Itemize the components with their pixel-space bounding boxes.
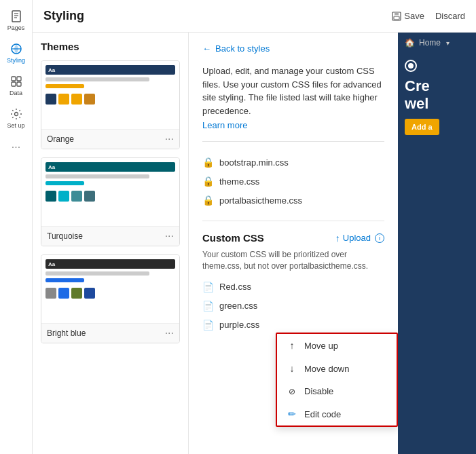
more-button[interactable]: ... xyxy=(12,138,20,151)
move-down-icon: ↓ xyxy=(287,363,297,374)
upload-icon: ↑ xyxy=(335,233,340,244)
css-file-bootstrap: 🔒 bootstrap.min.css xyxy=(202,153,384,172)
home-label: Home xyxy=(419,38,441,48)
preview-panel: 🏠 Home ▾ Cre wel Add a xyxy=(398,33,476,454)
custom-file-icon: 📄 xyxy=(202,301,214,311)
swatch xyxy=(58,191,69,202)
header: Styling Save Discard xyxy=(33,0,476,33)
back-to-styles-link[interactable]: ← Back to styles xyxy=(202,43,384,54)
swatch xyxy=(45,191,56,202)
context-menu-item-edit-code[interactable]: ✏ Edit code xyxy=(277,402,397,425)
preview-cta-button: Add a xyxy=(405,119,439,135)
sidebar-item-label: Styling xyxy=(7,57,25,64)
file-icon: 🔒 xyxy=(202,176,214,187)
learn-more-link[interactable]: Learn more xyxy=(202,120,247,130)
css-file-purple: 📄 purple.css xyxy=(202,316,384,335)
sidebar-item-setup[interactable]: Set up xyxy=(1,103,31,133)
theme-swatches xyxy=(45,94,175,105)
theme-swatches xyxy=(45,191,175,202)
info-text: Upload, edit, and manage your custom CSS… xyxy=(202,64,384,117)
custom-file-icon: 📄 xyxy=(202,282,214,292)
sidebar: Pages Styling Data xyxy=(0,0,33,454)
theme-more-button[interactable]: ··· xyxy=(165,328,174,339)
theme-header-bar: Aa xyxy=(45,259,175,269)
swatch xyxy=(58,94,69,105)
css-file-theme: 🔒 theme.css xyxy=(202,172,384,191)
swatch xyxy=(84,94,95,105)
context-menu-item-disable[interactable]: ⊘ Disable xyxy=(277,380,397,402)
themes-title: Themes xyxy=(41,41,180,52)
theme-header-bar: Aa xyxy=(45,65,175,75)
theme-accent-line xyxy=(45,181,84,185)
theme-preview-turquoise: Aa xyxy=(41,158,179,226)
context-menu-item-move-down[interactable]: ↓ Move down xyxy=(277,357,397,380)
preview-radio xyxy=(405,60,469,72)
save-button[interactable]: Save xyxy=(392,11,424,21)
theme-card-orange[interactable]: Aa Orange ··· xyxy=(41,60,180,149)
radio-inner xyxy=(408,63,414,69)
theme-line xyxy=(45,271,149,276)
theme-card-turquoise[interactable]: Aa Turquoise ··· xyxy=(41,157,180,246)
sidebar-item-label: Set up xyxy=(7,122,24,129)
file-icon: 🔒 xyxy=(202,157,214,168)
back-arrow-icon: ← xyxy=(202,43,211,54)
content-area: Themes Aa Orange ··· xyxy=(33,33,476,454)
themes-panel: Themes Aa Orange ··· xyxy=(33,33,189,454)
data-icon xyxy=(10,75,23,88)
preview-hero-text: Cre wel xyxy=(405,77,469,113)
svg-rect-8 xyxy=(12,82,16,86)
theme-name: Turquoise xyxy=(47,231,83,241)
sidebar-item-data[interactable]: Data xyxy=(1,71,31,100)
styling-icon xyxy=(10,42,23,56)
radio-button xyxy=(405,60,417,72)
discard-button[interactable]: Discard xyxy=(435,11,465,21)
css-file-green: 📄 green.css xyxy=(202,297,384,316)
svg-rect-0 xyxy=(12,11,20,22)
theme-footer: Orange ··· xyxy=(41,129,179,149)
context-menu: ↑ Move up ↓ Move down ⊘ Disable ✏ Edit c… xyxy=(276,333,398,427)
sidebar-item-styling[interactable]: Styling xyxy=(1,38,31,68)
svg-rect-13 xyxy=(394,16,399,20)
theme-swatches xyxy=(45,288,175,299)
svg-rect-6 xyxy=(12,77,16,81)
theme-accent-line xyxy=(45,84,84,88)
svg-rect-12 xyxy=(395,12,399,15)
theme-footer: Bright blue ··· xyxy=(41,323,179,343)
css-file-red: 📄 Red.css xyxy=(202,278,384,297)
edit-code-icon: ✏ xyxy=(287,409,297,419)
setup-icon xyxy=(10,107,23,121)
svg-point-10 xyxy=(14,113,18,116)
theme-line xyxy=(45,77,149,81)
theme-card-bright-blue[interactable]: Aa Bright blue ··· xyxy=(41,254,180,343)
main-panel: Styling Save Discard Themes Aa xyxy=(33,0,476,454)
pages-icon xyxy=(10,10,23,23)
swatch xyxy=(84,288,95,299)
context-menu-item-move-up[interactable]: ↑ Move up xyxy=(277,334,397,357)
chevron-down-icon: ▾ xyxy=(446,39,450,47)
upload-button[interactable]: ↑ Upload xyxy=(335,233,371,244)
theme-preview-orange: Aa xyxy=(41,61,179,129)
header-actions: Save Discard xyxy=(392,11,465,21)
theme-more-button[interactable]: ··· xyxy=(165,231,174,242)
info-icon[interactable]: i xyxy=(375,233,384,243)
swatch xyxy=(45,94,56,105)
preview-content: Cre wel Add a xyxy=(398,53,476,454)
move-up-icon: ↑ xyxy=(287,340,297,351)
svg-rect-9 xyxy=(17,82,21,86)
css-file-portalbasictheme: 🔒 portalbasictheme.css xyxy=(202,191,384,210)
styles-panel: ← Back to styles Upload, edit, and manag… xyxy=(189,33,398,454)
theme-more-button[interactable]: ··· xyxy=(165,134,174,145)
custom-file-icon: 📄 xyxy=(202,320,214,330)
sidebar-item-label: Data xyxy=(10,90,22,96)
page-title: Styling xyxy=(43,9,384,23)
custom-css-title: Custom CSS xyxy=(202,232,264,244)
swatch xyxy=(58,288,69,299)
swatch xyxy=(84,191,95,202)
save-icon xyxy=(392,12,401,21)
theme-line xyxy=(45,174,149,178)
svg-rect-7 xyxy=(17,77,21,81)
theme-footer: Turquoise ··· xyxy=(41,226,179,246)
swatch xyxy=(45,288,56,299)
swatch xyxy=(71,94,82,105)
sidebar-item-pages[interactable]: Pages xyxy=(1,5,31,35)
